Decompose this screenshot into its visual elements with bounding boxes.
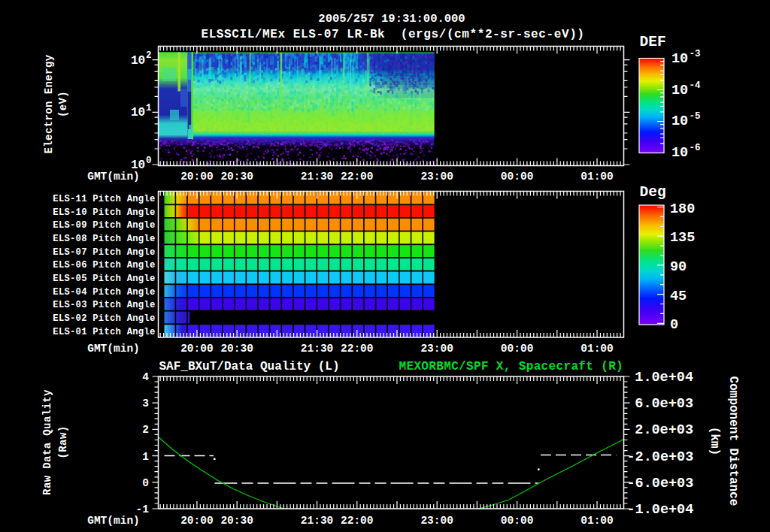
svg-text:1.0e+04: 1.0e+04 [635,370,693,385]
svg-text:-4: -4 [690,80,702,91]
svg-text:01:00: 01:00 [581,515,614,527]
svg-text:Component Distance: Component Distance [726,376,740,506]
svg-text:21:30: 21:30 [301,515,334,527]
svg-text:ELS-11 Pitch Angle: ELS-11 Pitch Angle [53,194,155,204]
svg-text:-2.0e+03: -2.0e+03 [627,449,694,465]
svg-text:ELS-05 Pitch Angle: ELS-05 Pitch Angle [53,274,155,284]
svg-text:21:30: 21:30 [301,343,334,355]
svg-text:10: 10 [671,145,688,161]
svg-text:00:00: 00:00 [501,515,534,527]
svg-text:-6.0e+03: -6.0e+03 [627,476,694,491]
svg-text:01:00: 01:00 [581,343,614,355]
svg-text:20:00: 20:00 [180,515,214,527]
svg-text:23:00: 23:00 [420,171,453,183]
svg-text:4: 4 [142,371,149,383]
svg-text:3: 3 [142,397,149,410]
svg-text:20:00: 20:00 [180,343,214,355]
svg-text:180: 180 [670,201,695,217]
svg-text:21:30: 21:30 [301,171,334,183]
svg-text:-5: -5 [690,111,701,122]
svg-text:00:00: 00:00 [501,343,534,355]
svg-text:10: 10 [671,51,688,67]
svg-text:ELS-04 Pitch Angle: ELS-04 Pitch Angle [53,287,155,298]
svg-text:2.0e+03: 2.0e+03 [635,422,693,438]
svg-text:-3: -3 [690,49,701,59]
svg-text:22:00: 22:00 [341,343,374,355]
svg-text:45: 45 [670,289,687,304]
svg-text:23:00: 23:00 [420,343,453,355]
svg-text:ELSSCIL/MEx ELS-07 LR-Bk (erg: ELSSCIL/MEx ELS-07 LR-Bk (ergs/(cm**2-sr… [201,28,584,41]
svg-text:2: 2 [146,50,152,61]
svg-text:10: 10 [131,106,145,119]
svg-text:ELS-10 Pitch Angle: ELS-10 Pitch Angle [53,207,155,218]
svg-text:-1: -1 [136,503,150,515]
svg-text:Raw Data Quality: Raw Data Quality [41,389,53,495]
svg-text:ELS-07 Pitch Angle: ELS-07 Pitch Angle [53,247,155,258]
svg-text:ELS-02 Pitch Angle: ELS-02 Pitch Angle [53,313,155,324]
svg-text:00:00: 00:00 [501,171,534,183]
svg-text:ELS-06 Pitch Angle: ELS-06 Pitch Angle [53,260,155,271]
svg-text:ELS-08 Pitch Angle: ELS-08 Pitch Angle [53,234,155,244]
svg-text:6.0e+03: 6.0e+03 [635,396,693,412]
svg-text:GMT(min): GMT(min) [87,343,140,355]
svg-text:10: 10 [671,113,688,129]
svg-text:0: 0 [146,156,152,166]
svg-text:0: 0 [142,477,149,489]
svg-text:23:00: 23:00 [420,515,453,527]
svg-text:20:00: 20:00 [180,171,214,183]
svg-text:2: 2 [142,424,149,436]
svg-text:GMT(min): GMT(min) [87,171,140,183]
svg-text:Deg: Deg [640,184,666,201]
svg-text:20:30: 20:30 [220,515,253,527]
svg-text:1: 1 [146,103,152,113]
svg-text:0: 0 [670,317,678,333]
svg-text:01:00: 01:00 [581,171,614,183]
svg-text:(eV): (eV) [57,91,69,117]
svg-text:1: 1 [142,451,149,463]
svg-text:10: 10 [131,54,145,68]
svg-text:(Raw): (Raw) [57,425,69,458]
svg-text:-1.0e+04: -1.0e+04 [627,502,694,518]
svg-text:ELS-01 Pitch Angle: ELS-01 Pitch Angle [53,327,155,337]
svg-text:(km): (km) [708,427,721,455]
svg-text:MEXORBMC/SPF X, Spacecraft (R): MEXORBMC/SPF X, Spacecraft (R) [399,360,624,373]
svg-text:ELS-09 Pitch Angle: ELS-09 Pitch Angle [53,220,155,231]
svg-text:-6: -6 [690,143,701,153]
svg-text:20:30: 20:30 [220,343,253,355]
svg-text:2005/257 19:31:00.000: 2005/257 19:31:00.000 [318,12,465,26]
svg-text:SAF_BXuT/Data Quality (L): SAF_BXuT/Data Quality (L) [159,360,340,373]
svg-text:ELS-03 Pitch Angle: ELS-03 Pitch Angle [53,300,155,310]
svg-text:10: 10 [131,159,145,172]
svg-text:DEF: DEF [640,34,666,50]
svg-text:135: 135 [670,230,695,246]
svg-text:GMT(min): GMT(min) [87,515,140,527]
svg-text:20:30: 20:30 [220,171,253,183]
svg-text:22:00: 22:00 [341,515,374,527]
svg-text:10: 10 [671,83,688,98]
svg-text:90: 90 [670,259,687,275]
svg-text:22:00: 22:00 [341,171,374,183]
svg-text:Electron Energy: Electron Energy [43,54,55,153]
